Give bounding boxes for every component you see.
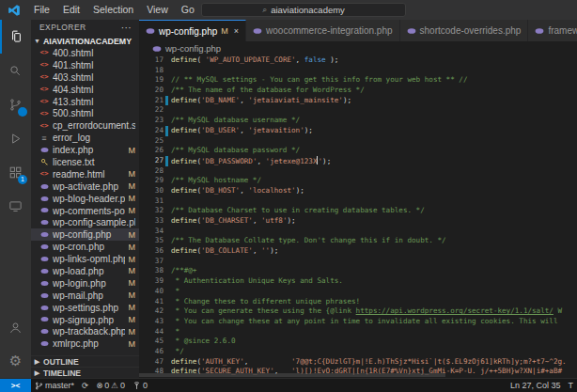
gutter [164, 276, 171, 287]
remote-indicator[interactable]: >< [0, 379, 31, 392]
file-item-error_log[interactable]: ≡error_log [31, 132, 139, 144]
timeline-panel-header[interactable]: ▶ TIMELINE [31, 367, 139, 378]
line-number: 22 [139, 105, 164, 116]
outline-panel-header[interactable]: ▶ OUTLINE [31, 355, 139, 367]
file-name: 401.shtml [53, 60, 135, 71]
file-item-400.shtml[interactable]: <>400.shtml [31, 47, 139, 59]
code-text: define('DB_HOST', 'localhost'); [171, 186, 577, 196]
search-icon [8, 63, 23, 79]
tab-framework.php[interactable]: framework.php [528, 20, 577, 41]
tab-close-icon[interactable]: × [234, 26, 239, 36]
code-line-17: 17define( 'WP_AUTO_UPDATE_CORE', false )… [139, 55, 577, 66]
tab-woocommerce-integration.php[interactable]: woocommerce-integration.php [246, 20, 400, 41]
file-name: wp-links-opml.php [53, 254, 125, 264]
activity-files-icon[interactable] [0, 20, 31, 54]
file-item-404.shtml[interactable]: <>404.shtml [31, 84, 139, 96]
file-item-403.shtml[interactable]: <>403.shtml [31, 71, 139, 84]
activity-run-debug-icon[interactable] [0, 121, 31, 155]
code-text: define('DB_COLLATE', ''); [171, 246, 577, 257]
line-number: 23 [139, 116, 164, 126]
file-item-wp-links-opml.php[interactable]: wp-links-opml.phpM [31, 253, 139, 265]
php-file-icon [39, 181, 49, 191]
broadcast-status[interactable]: 0 [129, 379, 151, 392]
file-item-readme.html[interactable]: <>readme.htmlM [31, 168, 139, 180]
sync-status[interactable]: ⟳ [78, 379, 92, 392]
tab-size-clipped[interactable]: T [565, 379, 577, 392]
file-item-license.txt[interactable]: license.txt [31, 156, 139, 168]
file-item-wp-blog-header.php[interactable]: wp-blog-header.phpM [31, 193, 139, 205]
file-item-wp-config.php[interactable]: wp-config.phpM [31, 228, 139, 241]
file-name: wp-config.php [53, 229, 125, 240]
file-item-wp-comments-post.php[interactable]: wp-comments-post.phpM [31, 205, 139, 217]
line-number: 21 [139, 96, 164, 106]
cursor-position[interactable]: Ln 27, Col 35 [507, 379, 565, 392]
php-file-icon [39, 290, 49, 300]
command-center-search[interactable]: ⌕ aiaviationacademy [201, 3, 406, 17]
code-editor[interactable]: 17define( 'WP_AUTO_UPDATE_CORE', false )… [139, 55, 577, 378]
activity-account-icon[interactable] [0, 310, 31, 344]
code-line-18: 18 [139, 66, 577, 76]
code-line-35: 35/** The Database Collate type. Don't c… [139, 236, 577, 246]
file-item-wp-cron.php[interactable]: wp-cron.phpM [31, 241, 139, 253]
file-item-wp-login.php[interactable]: wp-login.phpM [31, 277, 139, 290]
activity-extensions-icon[interactable]: 1 [0, 155, 31, 189]
tab-bar: wp-config.phpM×woocommerce-integration.p… [139, 20, 577, 41]
file-item-401.shtml[interactable]: <>401.shtml [31, 59, 139, 71]
workspace-folder-header[interactable]: ▼ AIAVIATIONACADEMY [31, 35, 139, 47]
breadcrumb[interactable]: wp-config.php [139, 41, 577, 55]
code-text [171, 227, 577, 237]
file-item-wp-mail.php[interactable]: wp-mail.phpM [31, 290, 139, 302]
git-modified-badge: M [129, 169, 136, 179]
gutter [164, 55, 171, 66]
gutter [164, 105, 171, 116]
file-name: error_log [53, 133, 135, 143]
file-item-wp-config-sample.php[interactable]: wp-config-sample.php [31, 216, 139, 228]
file-item-413.shtml[interactable]: <>413.shtml [31, 96, 139, 108]
menu-go[interactable]: Go [175, 0, 201, 20]
file-item-wp-trackback.php[interactable]: wp-trackback.phpM [31, 325, 139, 337]
git-modified-badge: M [129, 230, 136, 240]
html-file-icon: <> [39, 121, 49, 131]
tab-shortcode-overrides.php[interactable]: shortcode-overrides.php [400, 20, 529, 41]
file-name: index.php [53, 145, 125, 155]
file-item-cp_errordocument.shtml[interactable]: <>cp_errordocument.shtml [31, 119, 139, 132]
activity-settings-gear-icon[interactable]: ⚙ [0, 344, 31, 378]
tab-wp-config.php[interactable]: wp-config.phpM× [139, 20, 246, 41]
menu-selection[interactable]: Selection [86, 0, 140, 20]
tab-label: shortcode-overrides.php [420, 25, 522, 36]
html-file-icon: <> [39, 72, 49, 82]
menu-view[interactable]: View [140, 0, 175, 20]
line-number: 43 [139, 317, 164, 327]
menu-file[interactable]: File [27, 0, 56, 20]
php-file-icon [535, 27, 544, 35]
chevron-right-icon: ▶ [33, 358, 41, 366]
code-line-42: 42 * You can generate these using the {@… [139, 306, 577, 317]
line-number: 25 [139, 136, 164, 147]
title-bar: FileEditSelectionViewGoRun··· ← → ⌕ aiav… [0, 0, 577, 20]
code-line-26: 26/** MySQL database password */ [139, 146, 577, 156]
file-name: wp-settings.php [53, 303, 125, 313]
activity-source-control-icon[interactable] [0, 87, 31, 121]
file-item-index.php[interactable]: index.phpM [31, 144, 139, 156]
problems-status[interactable]: ⊗ 0 ⚠ 0 [92, 379, 129, 392]
file-name: wp-trackback.php [53, 326, 125, 337]
explorer-actions-icon[interactable]: ··· [121, 23, 132, 33]
file-item-wp-settings.php[interactable]: wp-settings.phpM [31, 302, 139, 314]
explorer-sidebar: EXPLORER ··· ▼ AIAVIATIONACADEMY <>400.s… [31, 20, 139, 378]
code-text: /**#@+ [171, 266, 577, 276]
menu-edit[interactable]: Edit [56, 0, 86, 20]
branch-status[interactable]: master* [31, 379, 78, 392]
php-file-icon [39, 339, 49, 349]
file-item-xmlrpc.php[interactable]: xmlrpc.phpM [31, 337, 139, 350]
code-line-46: 46 */ [139, 347, 577, 357]
file-item-wp-activate.php[interactable]: wp-activate.phpM [31, 180, 139, 193]
activity-remote-explorer-icon[interactable] [0, 189, 31, 223]
file-item-wp-signup.php[interactable]: wp-signup.phpM [31, 314, 139, 326]
activity-search-icon[interactable] [0, 54, 31, 87]
horizontal-scrollbar[interactable] [139, 373, 445, 377]
file-item-500.shtml[interactable]: <>500.shtml [31, 107, 139, 119]
line-number: 30 [139, 186, 164, 196]
file-item-wp-load.php[interactable]: wp-load.phpM [31, 265, 139, 277]
html-file-icon: <> [39, 169, 49, 179]
file-name: 413.shtml [53, 97, 135, 107]
